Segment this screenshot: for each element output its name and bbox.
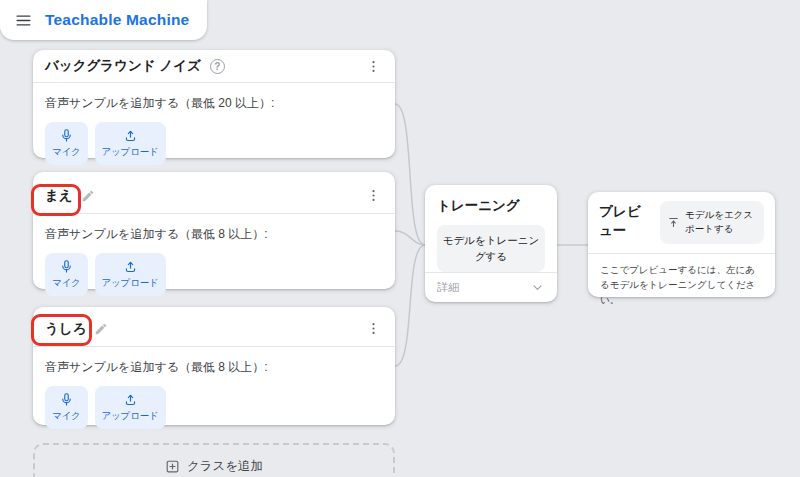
class-name[interactable]: バックグラウンド ノイズ — [45, 57, 201, 75]
class-options-button[interactable] — [364, 319, 383, 338]
preview-card: プレビュー モデルをエクスポートする ここでプレビューするには、左にあるモデルを… — [588, 192, 775, 297]
kebab-icon — [366, 59, 381, 74]
class-card-ushiro: うしろ 音声サンプルを追加する（最低 8 以上）: マイク アップロード — [33, 307, 395, 425]
app-title: Teachable Machine — [45, 11, 189, 29]
class-options-button[interactable] — [364, 57, 383, 76]
training-card-top: トレーニング モデルをトレーニングする — [425, 185, 557, 272]
sample-buttons: マイク アップロード — [45, 386, 383, 429]
teachable-machine-canvas: Teachable Machine バックグラウンド ノイズ ? 音声サンプルを… — [0, 0, 800, 477]
upload-button-label: アップロード — [102, 146, 159, 159]
upload-button[interactable]: アップロード — [95, 253, 166, 296]
connector-class3-training — [395, 245, 425, 366]
details-label: 詳細 — [437, 280, 459, 295]
train-model-button[interactable]: モデルをトレーニングする — [437, 225, 545, 272]
add-class-content: クラスを追加 — [165, 458, 263, 475]
export-model-button[interactable]: モデルをエクスポートする — [660, 201, 764, 244]
mic-button-label: マイク — [52, 277, 81, 290]
export-button-label: モデルをエクスポートする — [685, 208, 757, 237]
class-card-header: バックグラウンド ノイズ ? — [33, 50, 395, 83]
class-card-header: まえ — [33, 172, 395, 214]
mic-button-label: マイク — [52, 410, 81, 423]
add-class-label: クラスを追加 — [187, 458, 263, 475]
class-name[interactable]: うしろ — [45, 320, 86, 338]
mic-button[interactable]: マイク — [45, 386, 88, 429]
class-card-header: うしろ — [33, 307, 395, 347]
sample-buttons: マイク アップロード — [45, 253, 383, 296]
edit-icon[interactable] — [94, 322, 108, 336]
mic-icon — [59, 128, 74, 143]
edit-icon[interactable] — [81, 189, 95, 203]
hamburger-icon — [14, 11, 33, 30]
training-title: トレーニング — [437, 197, 545, 215]
upload-button-label: アップロード — [102, 410, 159, 423]
class-card-body: 音声サンプルを追加する（最低 8 以上）: マイク アップロード — [33, 347, 395, 439]
kebab-icon — [366, 321, 381, 336]
upload-icon — [123, 128, 138, 143]
class-card-mae: まえ 音声サンプルを追加する（最低 8 以上）: マイク アップロード — [33, 172, 395, 289]
add-class-button[interactable]: クラスを追加 — [33, 443, 395, 477]
class-options-button[interactable] — [364, 186, 383, 205]
class-name[interactable]: まえ — [45, 187, 73, 205]
app-header: Teachable Machine — [0, 0, 207, 40]
help-icon[interactable]: ? — [210, 59, 225, 74]
mic-icon — [59, 392, 74, 407]
kebab-icon — [366, 188, 381, 203]
training-details-toggle[interactable]: 詳細 — [425, 272, 557, 302]
menu-button[interactable] — [12, 9, 35, 32]
sample-hint: 音声サンプルを追加する（最低 20 以上）: — [45, 95, 383, 112]
upload-button[interactable]: アップロード — [95, 386, 166, 429]
class-card-body: 音声サンプルを追加する（最低 20 以上）: マイク アップロード — [33, 83, 395, 175]
sample-hint: 音声サンプルを追加する（最低 8 以上）: — [45, 359, 383, 376]
export-icon — [667, 216, 680, 229]
mic-button[interactable]: マイク — [45, 253, 88, 296]
upload-button[interactable]: アップロード — [95, 122, 166, 165]
preview-placeholder-text: ここでプレビューするには、左にあるモデルをトレーニングしてください。 — [588, 254, 775, 316]
upload-icon — [123, 392, 138, 407]
sample-buttons: マイク アップロード — [45, 122, 383, 165]
class-card-body: 音声サンプルを追加する（最低 8 以上）: マイク アップロード — [33, 214, 395, 306]
mic-icon — [59, 259, 74, 274]
mic-button[interactable]: マイク — [45, 122, 88, 165]
training-card: トレーニング モデルをトレーニングする 詳細 — [425, 185, 557, 302]
preview-card-header: プレビュー モデルをエクスポートする — [588, 192, 775, 254]
upload-icon — [123, 259, 138, 274]
chevron-down-icon — [530, 280, 545, 295]
add-box-icon — [165, 459, 180, 474]
upload-button-label: アップロード — [102, 277, 159, 290]
mic-button-label: マイク — [52, 146, 81, 159]
connector-class1-training — [395, 104, 425, 245]
sample-hint: 音声サンプルを追加する（最低 8 以上）: — [45, 226, 383, 243]
class-card-background-noise: バックグラウンド ノイズ ? 音声サンプルを追加する（最低 20 以上）: マイ… — [33, 50, 395, 158]
preview-title: プレビュー — [599, 203, 651, 241]
